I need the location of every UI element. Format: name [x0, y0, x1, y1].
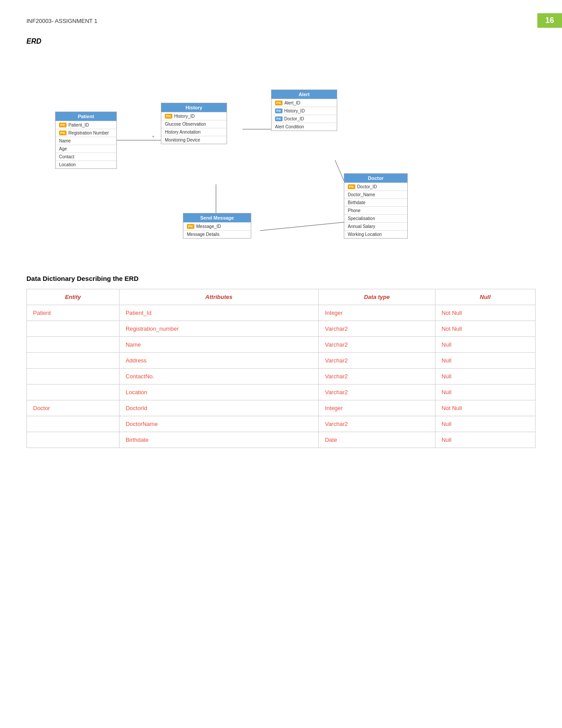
- table-cell-null: Null: [435, 416, 535, 432]
- entity-patient-field-4: Age: [56, 145, 116, 153]
- entity-alert-field-3: FKDoctor_ID: [272, 115, 337, 123]
- table-cell-datatype: Varchar2: [319, 353, 435, 369]
- table-cell-entity: [27, 416, 119, 432]
- document-header: INF20003- ASSIGNMENT 1: [26, 18, 536, 24]
- page-number: 16: [537, 13, 562, 28]
- table-cell-null: Null: [435, 353, 535, 369]
- entity-sendmessage: Send Message PKMessage_ID Message Detail…: [183, 213, 251, 239]
- entity-patient-field-6: Location: [56, 161, 116, 168]
- table-cell-datatype: Varchar2: [319, 321, 435, 337]
- entity-sendmessage-field-1: PKMessage_ID: [183, 222, 251, 230]
- table-cell-entity: [27, 337, 119, 353]
- entity-sendmessage-header: Send Message: [183, 213, 251, 222]
- table-row: DoctorDoctorIdIntegerNot Null: [27, 400, 536, 416]
- entity-alert-header: Alert: [272, 90, 337, 99]
- table-cell-datatype: Varchar2: [319, 385, 435, 400]
- table-cell-datatype: Integer: [319, 305, 435, 321]
- entity-doctor: Doctor PKDoctor_ID Doctor_Name Birthdate…: [344, 173, 408, 239]
- svg-line-5: [260, 222, 348, 231]
- table-cell-attribute: Name: [119, 337, 318, 353]
- table-cell-attribute: Birthdate: [119, 432, 318, 448]
- table-cell-entity: Doctor: [27, 400, 119, 416]
- table-header: Entity Attributes Data type Null: [27, 289, 536, 305]
- table-cell-entity: [27, 321, 119, 337]
- entity-history-header: History: [161, 103, 227, 112]
- table-cell-entity: Patient: [27, 305, 119, 321]
- table-cell-attribute: DoctorId: [119, 400, 318, 416]
- entity-patient: Patient PKPatient_ID PKRegistration Numb…: [55, 112, 117, 169]
- table-cell-null: Null: [435, 337, 535, 353]
- entity-patient-field-3: Name: [56, 137, 116, 145]
- table-header-row: Entity Attributes Data type Null: [27, 289, 536, 305]
- svg-text:+: +: [152, 134, 154, 139]
- entity-alert-field-2: FKHistory_ID: [272, 107, 337, 115]
- entity-doctor-header: Doctor: [344, 174, 407, 183]
- entity-doctor-field-5: Specialisation: [344, 214, 407, 222]
- table-cell-attribute: Location: [119, 385, 318, 400]
- erd-title: ERD: [26, 37, 536, 45]
- col-datatype: Data type: [319, 289, 435, 305]
- entity-doctor-field-2: Doctor_Name: [344, 190, 407, 198]
- table-row: NameVarchar2Null: [27, 337, 536, 353]
- table-cell-attribute: Registration_number: [119, 321, 318, 337]
- entity-doctor-field-4: Phone: [344, 206, 407, 214]
- table-cell-null: Null: [435, 385, 535, 400]
- table-row: Registration_numberVarchar2Not Null: [27, 321, 536, 337]
- entity-patient-field-5: Contact: [56, 153, 116, 161]
- table-row: ContactNo.Varchar2Null: [27, 369, 536, 385]
- section-title-data-dict: Data Dictionary Describing the ERD: [26, 275, 536, 282]
- table-cell-datatype: Varchar2: [319, 337, 435, 353]
- table-cell-null: Not Null: [435, 400, 535, 416]
- table-cell-datatype: Varchar2: [319, 416, 435, 432]
- entity-history-field-1: PKHistory_ID: [161, 112, 227, 120]
- entity-doctor-field-1: PKDoctor_ID: [344, 183, 407, 190]
- table-cell-entity: [27, 353, 119, 369]
- table-cell-attribute: DoctorName: [119, 416, 318, 432]
- data-dictionary-table: Entity Attributes Data type Null Patient…: [26, 289, 536, 448]
- erd-diagram: + Patient PKPatient_ID PKRegistration Nu…: [26, 54, 536, 257]
- entity-patient-header: Patient: [56, 112, 116, 121]
- table-row: LocationVarchar2Null: [27, 385, 536, 400]
- table-cell-null: Null: [435, 432, 535, 448]
- table-row: AddressVarchar2Null: [27, 353, 536, 369]
- table-cell-attribute: Patient_Id: [119, 305, 318, 321]
- table-cell-datatype: Varchar2: [319, 369, 435, 385]
- col-attributes: Attributes: [119, 289, 318, 305]
- col-entity: Entity: [27, 289, 119, 305]
- table-cell-null: Null: [435, 369, 535, 385]
- entity-sendmessage-field-2: Message Details: [183, 230, 251, 238]
- entity-history-field-2: Glucose Observation: [161, 120, 227, 128]
- table-cell-entity: [27, 369, 119, 385]
- entity-doctor-field-7: Working Location: [344, 230, 407, 238]
- table-cell-attribute: ContactNo.: [119, 369, 318, 385]
- table-cell-attribute: Address: [119, 353, 318, 369]
- table-cell-datatype: Integer: [319, 400, 435, 416]
- table-row: PatientPatient_IdIntegerNot Null: [27, 305, 536, 321]
- entity-history: History PKHistory_ID Glucose Observation…: [161, 103, 227, 144]
- entity-patient-field-1: PKPatient_ID: [56, 121, 116, 129]
- table-cell-entity: [27, 432, 119, 448]
- table-cell-null: Not Null: [435, 321, 535, 337]
- entity-history-field-4: Monitoring Device: [161, 136, 227, 144]
- table-body: PatientPatient_IdIntegerNot NullRegistra…: [27, 305, 536, 448]
- entity-patient-field-2: PKRegistration Number: [56, 129, 116, 137]
- entity-alert: Alert PKAlert_ID FKHistory_ID FKDoctor_I…: [271, 90, 337, 131]
- col-null: Null: [435, 289, 535, 305]
- entity-alert-field-1: PKAlert_ID: [272, 99, 337, 107]
- table-row: BirthdateDateNull: [27, 432, 536, 448]
- table-row: DoctorNameVarchar2Null: [27, 416, 536, 432]
- entity-doctor-field-6: Annual Salary: [344, 222, 407, 230]
- entity-history-field-3: History Annotation: [161, 128, 227, 136]
- table-cell-entity: [27, 385, 119, 400]
- table-cell-null: Not Null: [435, 305, 535, 321]
- entity-alert-field-4: Alert Condition: [272, 123, 337, 131]
- entity-doctor-field-3: Birthdate: [344, 198, 407, 206]
- table-cell-datatype: Date: [319, 432, 435, 448]
